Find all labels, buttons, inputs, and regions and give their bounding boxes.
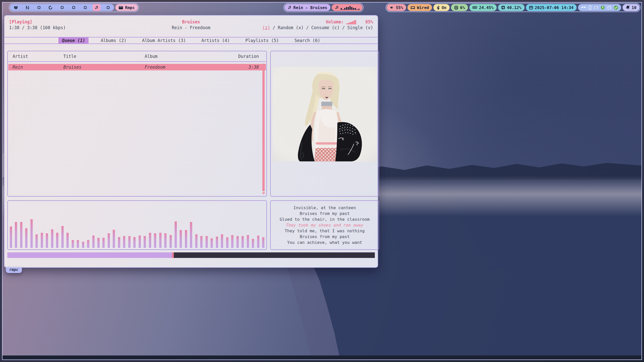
terminal-icon (118, 6, 123, 10)
key-icon[interactable] (601, 6, 605, 10)
workspace-1[interactable] (11, 4, 21, 11)
visualizer-bar (51, 229, 53, 248)
bar-group-center: Rein - Bruises (284, 3, 364, 12)
scrollbar-thumb[interactable] (262, 67, 265, 191)
lyric-line: You can achieve, what you want (271, 240, 379, 245)
queue-scrollbar[interactable] (262, 63, 265, 195)
status-pill-bluetooth[interactable]: On (433, 4, 449, 11)
app-badge-rmpc[interactable]: Rmpc (115, 4, 138, 11)
lyric-line: They told me, that I was nothing (271, 228, 379, 234)
visualizer-bar (72, 240, 74, 248)
ethernet-icon (411, 6, 415, 10)
visualizer-bar (102, 238, 105, 248)
window-icon[interactable] (607, 6, 611, 9)
visualizer-bar (175, 221, 177, 248)
visualizer-bar (221, 234, 223, 248)
lyric-line: Glued to the chair, in the classroom (271, 216, 379, 222)
bluetooth-icon (436, 6, 440, 10)
cava-bar (351, 7, 352, 10)
workspace-2[interactable] (22, 4, 32, 11)
app-badge-label: Rmpc (125, 5, 135, 10)
queue-row-selected[interactable]: ReinBruisesFreedoom3:38 (8, 64, 266, 70)
cava-bar (356, 9, 358, 10)
scroll-up-icon[interactable] (262, 63, 265, 66)
cava-bar (358, 9, 359, 10)
clock-value: 2025-07-06 14:34 (535, 5, 574, 10)
square-icon (107, 6, 110, 9)
scroll-down-icon[interactable] (262, 192, 265, 195)
volume-ramp-icon (346, 20, 356, 24)
status-pill-volume[interactable]: 55% (387, 4, 406, 11)
workspace-3[interactable] (34, 4, 44, 11)
system-tray[interactable] (578, 4, 621, 11)
column-header-title: Title (63, 54, 145, 59)
toggle-options[interactable]: / Random (x) / Consume (c) / Single (v) (273, 25, 373, 31)
visualizer-bar (133, 237, 136, 248)
tab-queue-1[interactable]: Queue (1) (58, 37, 89, 43)
cava-widget[interactable] (332, 4, 363, 11)
tab-artists-4[interactable]: Artists (4) (198, 37, 233, 43)
workspace-6[interactable] (69, 4, 78, 11)
visualizer-bar (262, 237, 264, 248)
tab-search-6[interactable]: Search (6) (291, 37, 324, 43)
phone-icon[interactable] (589, 6, 591, 10)
workspace-4[interactable] (46, 4, 55, 11)
visualizer-bar (200, 236, 203, 248)
speaker-icon (390, 6, 394, 10)
visualizer-bar (82, 242, 84, 248)
visualizer-bar (190, 222, 192, 248)
cava-bars (341, 5, 359, 10)
visualizer-bar (46, 233, 48, 248)
workspace-8-active[interactable] (93, 4, 101, 11)
workspace-5[interactable] (57, 4, 67, 11)
visualizer-bar (226, 237, 228, 248)
status-pill-clock[interactable]: 2025-07-06 14:34 (526, 4, 577, 11)
check-icon[interactable] (614, 6, 618, 10)
cell-title: Bruises (63, 65, 145, 70)
status-pill-memory[interactable]: 24.45% (469, 4, 497, 11)
notifications-widget[interactable]: 10 (623, 4, 639, 11)
top-bar: Rmpc Rein - Bruises 55%WiredOn6%24.45%40… (0, 3, 644, 12)
visualizer-bar (170, 235, 172, 248)
workspace-9[interactable] (103, 4, 113, 11)
memory-value: 24.45% (479, 5, 494, 10)
bluetooth-value: On (441, 5, 446, 10)
visualizer-bar (211, 238, 213, 248)
bar-group-left: Rmpc (9, 3, 139, 12)
workspace-7[interactable] (80, 4, 90, 11)
status-pill-cpu[interactable]: 6% (451, 4, 468, 11)
player-header: [Playing] Bruises Volume: 85% 1:38 / 3:3… (9, 19, 373, 31)
visualizer-bar (35, 234, 38, 248)
neovim-icon (25, 5, 29, 10)
status-pill-network[interactable]: Wired (408, 4, 432, 11)
visualizer-bar (77, 240, 79, 248)
tab-album-artists-3[interactable]: Album Artists (3) (139, 37, 189, 43)
mustache-icon[interactable] (581, 6, 586, 9)
album-art-panel (270, 51, 379, 197)
tab-playlists-5[interactable]: Playlists (5) (242, 37, 282, 43)
network-value: Wired (417, 5, 429, 10)
keyboard-icon[interactable] (594, 6, 598, 9)
tab-bar: Queue (1)Albums (2)Album Artists (3)Arti… (5, 37, 378, 44)
cpu-icon (454, 6, 458, 10)
visualizer-bar (20, 222, 22, 248)
visualizer-bar (164, 233, 167, 248)
music-icon (288, 6, 292, 10)
window-tag[interactable]: rmpc (6, 267, 22, 273)
visualizer-bar (10, 227, 12, 248)
column-header-duration: Duration (231, 54, 259, 59)
tab-albums-2[interactable]: Albums (2) (97, 37, 130, 43)
window-tag-label: rmpc (9, 267, 18, 272)
disk-icon (501, 6, 505, 10)
now-playing-widget[interactable]: Rein - Bruises (285, 4, 330, 11)
progress-bar[interactable] (7, 252, 375, 258)
column-header-artist: Artist (13, 54, 63, 59)
toggle-repeat[interactable]: (z) (262, 25, 270, 31)
visualizer-bar (154, 233, 156, 248)
rmpc-window: [Playing] Bruises Volume: 85% 1:38 / 3:3… (4, 15, 378, 268)
music-icon (95, 6, 99, 10)
visualizer-bar (247, 235, 249, 248)
status-pill-disk[interactable]: 40.12% (498, 4, 525, 11)
visualizer-bar (257, 236, 259, 248)
cat-icon (14, 5, 18, 10)
